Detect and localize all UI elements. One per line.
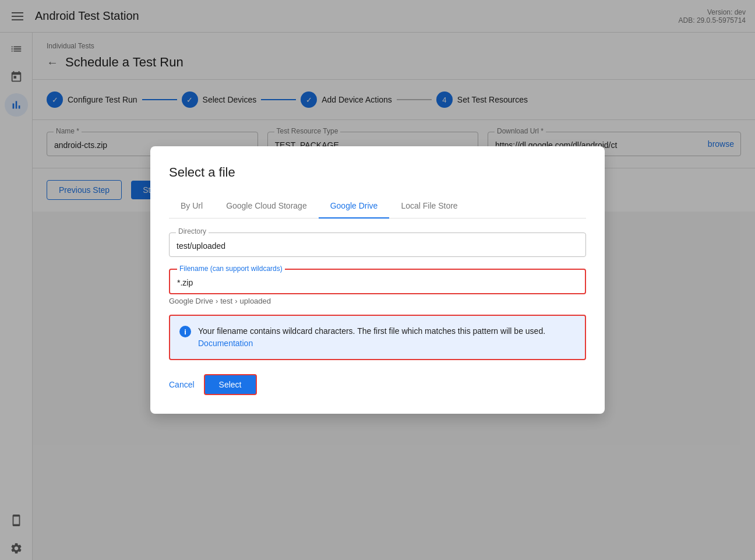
info-icon: i [179,326,191,337]
breadcrumb-root[interactable]: Google Drive [169,297,213,305]
info-text: Your filename contains wildcard characte… [198,325,576,350]
breadcrumb-sep-2: › [235,297,237,305]
file-path-breadcrumb: Google Drive › test › uploaded [169,297,586,305]
select-file-dialog: Select a file By Url Google Cloud Storag… [150,146,605,414]
breadcrumb-sep-1: › [216,297,218,305]
tab-google-cloud-storage[interactable]: Google Cloud Storage [214,194,319,219]
dialog-title: Select a file [169,165,586,180]
filename-input[interactable] [170,270,585,293]
breadcrumb-path1[interactable]: test [220,297,232,305]
dialog-cancel-button[interactable]: Cancel [169,380,195,389]
directory-label: Directory [176,227,209,235]
tab-local-file-store[interactable]: Local File Store [389,194,469,219]
directory-input[interactable] [169,233,586,257]
dialog-select-button[interactable]: Select [204,374,257,395]
dialog-tabs: By Url Google Cloud Storage Google Drive… [169,194,586,219]
filename-label: Filename (can support wildcards) [177,265,285,273]
tab-by-url[interactable]: By Url [169,194,214,219]
filename-wrapper: Filename (can support wildcards) [169,269,586,294]
documentation-link[interactable]: Documentation [198,339,253,348]
tab-google-drive[interactable]: Google Drive [319,194,390,219]
modal-overlay: Select a file By Url Google Cloud Storag… [0,0,755,560]
dialog-actions: Cancel Select [169,374,586,395]
wildcard-info-box: i Your filename contains wildcard charac… [169,315,586,360]
directory-field: Directory [169,233,586,257]
breadcrumb-path2[interactable]: uploaded [240,297,271,305]
